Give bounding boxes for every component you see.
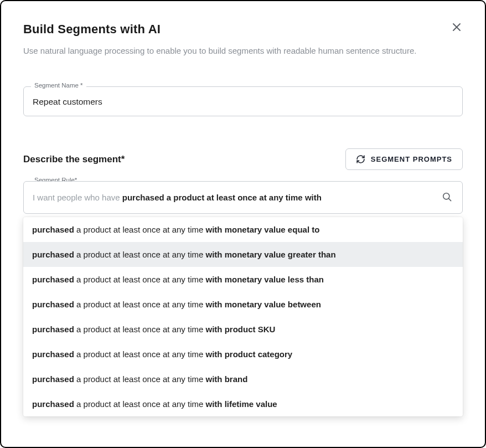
rule-prefix-text: I want people who have xyxy=(33,193,122,202)
describe-heading: Describe the segment* xyxy=(23,154,125,165)
suggestion-option[interactable]: purchased a product at least once at any… xyxy=(23,267,463,292)
segment-name-label: Segment Name * xyxy=(31,82,86,89)
modal-header: Build Segments with AI xyxy=(23,22,463,37)
describe-section-header: Describe the segment* SEGMENT PROMPTS xyxy=(23,148,463,170)
suggestion-option[interactable]: purchased a product at least once at any… xyxy=(23,392,463,416)
suggestion-option[interactable]: purchased a product at least once at any… xyxy=(23,217,463,242)
rule-query-text: purchased a product at least once at any… xyxy=(122,193,322,202)
svg-line-3 xyxy=(448,198,451,200)
modal-title: Build Segments with AI xyxy=(23,22,161,37)
suggestion-option[interactable]: purchased a product at least once at any… xyxy=(23,242,463,267)
segment-name-field: Segment Name * xyxy=(23,86,463,116)
suggestion-option[interactable]: purchased a product at least once at any… xyxy=(23,367,463,392)
modal-subtitle: Use natural language processing to enabl… xyxy=(23,44,455,58)
close-icon xyxy=(452,22,462,32)
suggestion-option[interactable]: purchased a product at least once at any… xyxy=(23,292,463,317)
build-segments-modal: Build Segments with AI Use natural langu… xyxy=(0,0,486,448)
suggestion-option[interactable]: purchased a product at least once at any… xyxy=(23,317,463,342)
segment-name-input[interactable] xyxy=(23,86,463,116)
suggestions-dropdown: purchased a product at least once at any… xyxy=(23,217,463,416)
segment-rule-input[interactable]: I want people who have purchased a produ… xyxy=(23,181,463,214)
refresh-icon xyxy=(356,155,365,164)
segment-prompts-label: SEGMENT PROMPTS xyxy=(371,155,452,163)
close-button[interactable] xyxy=(451,21,463,33)
suggestion-option[interactable]: purchased a product at least once at any… xyxy=(23,342,463,367)
search-icon[interactable] xyxy=(442,192,452,204)
segment-rule-field: Segment Rule* I want people who have pur… xyxy=(23,181,463,416)
segment-prompts-button[interactable]: SEGMENT PROMPTS xyxy=(345,148,463,170)
